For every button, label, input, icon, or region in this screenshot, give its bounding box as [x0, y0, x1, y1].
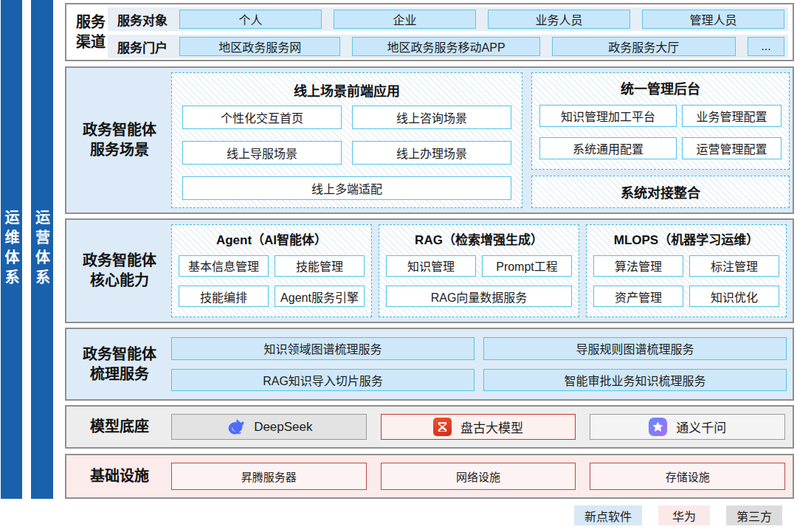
sorting-item: 智能审批业务知识梳理服务 [483, 369, 787, 392]
infra-item: 存储设施 [590, 463, 785, 490]
service-targets-items: 个人 企业 业务人员 管理人员 [179, 10, 784, 29]
capability-item: 知识管理 [386, 255, 476, 277]
capability-item: Agent服务引擎 [275, 286, 365, 307]
group-title: Agent（AI智能体） [179, 229, 365, 252]
mlops-items: 算法管理 标注管理 资产管理 知识优化 [593, 252, 779, 311]
model-label: 盘古大模型 [460, 418, 523, 436]
capability-item: RAG向量数据服务 [386, 286, 572, 307]
group-title: 统一管理后台 [539, 79, 782, 101]
scene-item: 线上咨询场景 [352, 106, 511, 129]
legend-third-party: 第三方 [726, 505, 782, 525]
sorting-service-items: 知识领域图谱梳理服务 导服规则图谱梳理服务 RAG知识导入切片服务 智能审批业务… [171, 337, 787, 391]
section-title: 政务智能体核心能力 [69, 220, 170, 322]
section-service-channel: 服务渠道 服务对象 个人 企业 业务人员 管理人员 服务门户 地区政务服务网 地… [65, 3, 794, 61]
capability-item: 基本信息管理 [179, 255, 269, 277]
group-system-integration: 系统对接整合 [531, 176, 790, 208]
section-title: 政务智能体梳理服务 [69, 329, 170, 399]
rail-ops-maintenance: 运维体系 [1, 0, 22, 499]
infrastructure-items: 昇腾服务器 网络设施 存储设施 [171, 463, 785, 490]
section-infrastructure: 基础设施 昇腾服务器 网络设施 存储设施 [65, 454, 794, 499]
service-portal-item: 政务服务大厅 [552, 37, 736, 56]
capability-item: 知识优化 [689, 286, 779, 307]
group-title: 线上场景前端应用 [182, 80, 511, 104]
group-title: 系统对接整合 [621, 182, 700, 201]
capability-item: Prompt工程 [482, 255, 572, 277]
model-pangu: 盘古大模型 [381, 414, 576, 440]
core-capability-groups: Agent（AI智能体） 基本信息管理 技能管理 技能编排 Agent服务引擎 … [171, 224, 787, 317]
scene-item: 线上多端适配 [182, 176, 511, 200]
architecture-diagram: 运维体系 运营体系 服务渠道 服务对象 个人 企业 业务人员 管理人员 服务门户… [0, 0, 797, 532]
section-model-base: 模型底座 DeepSeek 盘古大模型 [65, 405, 794, 449]
group-title: MLOPS（机器学习运维） [593, 229, 779, 252]
tongyi-star-icon [649, 418, 667, 436]
infra-item: 昇腾服务器 [171, 463, 367, 490]
capability-item: 算法管理 [593, 255, 683, 277]
service-portal-item: 地区政务服务网 [179, 37, 340, 56]
deepseek-whale-icon [225, 417, 245, 437]
model-base-items: DeepSeek 盘古大模型 通义千问 [171, 414, 785, 440]
section-title: 服务渠道 [71, 4, 111, 60]
scene-item: 线上导服场景 [182, 141, 342, 165]
section-title: 基础设施 [69, 455, 170, 497]
service-target-item: 管理人员 [642, 10, 784, 29]
rail-operation: 运营体系 [31, 0, 53, 499]
service-portals-items: 地区政务服务网 地区政务服务移动APP 政务服务大厅 ... [179, 37, 784, 56]
admin-item: 系统通用配置 [539, 137, 677, 159]
group-frontend-apps: 线上场景前端应用 个性化交互首页 线上咨询场景 线上导服场景 线上办理场景 线上… [171, 72, 522, 208]
service-portal-more: ... [748, 37, 784, 56]
capability-item: 标注管理 [689, 255, 779, 277]
group-title: RAG（检索增强生成） [386, 229, 572, 252]
rail-label: 运营体系 [32, 210, 53, 289]
model-label: 通义千问 [676, 418, 726, 436]
service-target-item: 个人 [179, 10, 322, 29]
service-portal-item: 地区政务服务移动APP [352, 37, 539, 56]
admin-item: 知识管理加工平台 [539, 105, 677, 127]
section-title: 模型底座 [69, 407, 170, 447]
frontend-items: 个性化交互首页 线上咨询场景 线上导服场景 线上办理场景 线上多端适配 [182, 104, 511, 200]
service-portals-row: 服务门户 地区政务服务网 地区政务服务移动APP 政务服务大厅 ... [108, 35, 788, 58]
section-service-scene: 政务智能体服务场景 线上场景前端应用 个性化交互首页 线上咨询场景 线上导服场景… [65, 66, 794, 214]
admin-item: 运营管理配置 [682, 137, 782, 159]
section-title: 政务智能体服务场景 [69, 68, 170, 213]
legend-xindian: 新点软件 [574, 505, 642, 525]
service-target-item: 企业 [334, 10, 476, 29]
pangu-hourglass-icon [433, 418, 452, 436]
group-mlops: MLOPS（机器学习运维） 算法管理 标注管理 资产管理 知识优化 [586, 224, 787, 317]
group-agent: Agent（AI智能体） 基本信息管理 技能管理 技能编排 Agent服务引擎 [171, 224, 372, 317]
model-label: DeepSeek [254, 420, 312, 435]
vendor-legend: 新点软件 华为 第三方 [65, 505, 782, 525]
model-tongyi: 通义千问 [590, 414, 785, 440]
rail-label: 运维体系 [1, 210, 22, 289]
service-channel-rows: 服务对象 个人 企业 业务人员 管理人员 服务门户 地区政务服务网 地区政务服务… [108, 7, 788, 57]
sorting-item: 导服规则图谱梳理服务 [483, 337, 787, 360]
rag-items: 知识管理 Prompt工程 RAG向量数据服务 [386, 252, 572, 311]
section-sorting-service: 政务智能体梳理服务 知识领域图谱梳理服务 导服规则图谱梳理服务 RAG知识导入切… [65, 328, 794, 401]
row-label: 服务门户 [111, 38, 173, 56]
section-core-capability: 政务智能体核心能力 Agent（AI智能体） 基本信息管理 技能管理 技能编排 … [65, 218, 794, 323]
capability-item: 技能编排 [179, 286, 269, 307]
legend-huawei: 华为 [658, 505, 710, 525]
infra-item: 网络设施 [381, 463, 576, 490]
agent-items: 基本信息管理 技能管理 技能编排 Agent服务引擎 [179, 252, 365, 311]
model-deepseek: DeepSeek [171, 414, 367, 440]
scene-item: 个性化交互首页 [182, 106, 342, 129]
admin-items: 知识管理加工平台 业务管理配置 系统通用配置 运营管理配置 [539, 101, 782, 163]
scene-item: 线上办理场景 [352, 141, 511, 165]
row-label: 服务对象 [111, 10, 173, 29]
sorting-item: RAG知识导入切片服务 [171, 369, 475, 392]
sorting-item: 知识领域图谱梳理服务 [171, 337, 475, 360]
service-target-item: 业务人员 [488, 10, 630, 29]
service-targets-row: 服务对象 个人 企业 业务人员 管理人员 [108, 7, 788, 31]
capability-item: 资产管理 [593, 286, 683, 307]
admin-item: 业务管理配置 [682, 105, 782, 127]
capability-item: 技能管理 [275, 255, 365, 277]
group-rag: RAG（检索增强生成） 知识管理 Prompt工程 RAG向量数据服务 [379, 224, 579, 317]
group-admin-backend: 统一管理后台 知识管理加工平台 业务管理配置 系统通用配置 运营管理配置 [531, 72, 790, 170]
